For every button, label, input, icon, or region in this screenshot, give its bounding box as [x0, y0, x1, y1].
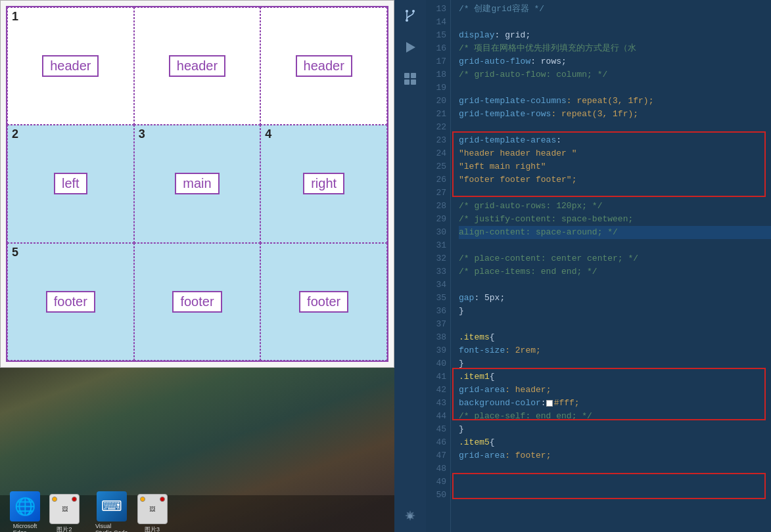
ln-16: 16 — [426, 42, 446, 55]
extensions-icon[interactable] — [400, 68, 421, 89]
code-line-36: } — [459, 305, 771, 318]
code-line-18: /* grid-auto-flow: column; */ — [459, 68, 771, 81]
code-line-47: grid-area: footer; — [459, 449, 771, 462]
cell-label-right: right — [303, 173, 344, 194]
svg-rect-7 — [404, 79, 409, 85]
code-line-17: grid-auto-flow: rows; — [459, 55, 771, 68]
code-line-49 — [459, 476, 771, 489]
svg-point-0 — [406, 10, 408, 12]
cell-3-header: header — [260, 7, 387, 125]
activity-bar — [394, 0, 426, 532]
ln-49: 49 — [426, 476, 446, 489]
ln-36: 36 — [426, 305, 446, 318]
cell-label-left: left — [54, 173, 87, 194]
ln-42: 42 — [426, 384, 446, 397]
preview-section: 1 header header header 2 left 3 main — [0, 0, 394, 368]
code-content: /* 创建grid容器 */ display: grid; /* 项目在网格中优… — [451, 0, 771, 532]
cell-label-header-3: header — [296, 55, 352, 77]
code-line-29: /* justify-content: space-between; — [459, 213, 771, 226]
cell-label-header-1: header — [42, 55, 99, 77]
code-line-34 — [459, 278, 771, 292]
code-line-40: } — [459, 357, 771, 370]
source-control-icon[interactable] — [400, 5, 421, 26]
code-line-24: "header header header " — [459, 147, 771, 160]
code-line-19 — [459, 81, 771, 95]
code-line-30: align-content: space-around; */ — [459, 226, 771, 239]
ln-13: 13 — [426, 3, 446, 16]
img2-label: 图片2 — [57, 525, 72, 533]
taskbar-background: 🌐 MicrosoftEdge 🖼 图片2 — [0, 368, 394, 532]
ln-24: 24 — [426, 147, 446, 160]
code-line-13: /* 创建grid容器 */ — [459, 3, 771, 16]
code-line-43: background-color: #fff; — [459, 397, 771, 410]
edge-label: MicrosoftEdge — [13, 523, 37, 532]
code-line-28: /* grid-auto-rows: 120px; */ — [459, 200, 771, 213]
settings-icon[interactable] — [400, 506, 421, 527]
code-line-20: grid-template-columns: repeat(3, 1fr); — [459, 95, 771, 108]
ln-15: 15 — [426, 29, 446, 42]
ln-14: 14 — [426, 16, 446, 29]
ln-45: 45 — [426, 423, 446, 436]
cell-1-header: 1 header — [7, 7, 134, 125]
svg-rect-6 — [411, 73, 416, 78]
taskbar-bar: 🌐 MicrosoftEdge 🖼 图片2 — [0, 495, 394, 532]
ln-30: 30 — [426, 226, 446, 239]
ln-31: 31 — [426, 239, 446, 252]
code-line-41: .item1 { — [459, 370, 771, 384]
taskbar-item-img3[interactable]: 🖼 图片3 — [137, 494, 168, 533]
cell-9-footer: footer — [260, 243, 387, 361]
code-line-31 — [459, 239, 771, 252]
svg-point-1 — [412, 10, 415, 12]
code-line-25: "left main right" — [459, 160, 771, 173]
cell-label-footer-2: footer — [172, 291, 222, 313]
ln-20: 20 — [426, 95, 446, 108]
cell-label-main: main — [175, 173, 219, 194]
ln-26: 26 — [426, 173, 446, 187]
cell-2-header: header — [134, 7, 261, 125]
svg-rect-8 — [411, 79, 416, 85]
img2-icon: 🖼 — [49, 494, 80, 524]
code-line-21: grid-template-rows: repeat(3, 1fr); — [459, 108, 771, 121]
code-editor: 13 14 15 16 17 18 19 20 21 22 23 24 25 2… — [426, 0, 771, 532]
code-line-35: gap: 5px; — [459, 292, 771, 305]
page-wrapper: 1 header header header 2 left 3 main — [0, 0, 771, 532]
taskbar-section: 🌐 MicrosoftEdge 🖼 图片2 — [0, 368, 394, 532]
svg-marker-4 — [406, 42, 415, 53]
ln-29: 29 — [426, 213, 446, 226]
ln-40: 40 — [426, 357, 446, 370]
ln-32: 32 — [426, 252, 446, 265]
cell-label-footer-3: footer — [299, 291, 348, 313]
code-line-33: /* place-items: end end; */ — [459, 265, 771, 278]
svg-point-2 — [406, 19, 408, 22]
code-line-16: /* 项目在网格中优先排列填充的方式是行（水 — [459, 42, 771, 55]
cell-4-left: 2 left — [7, 125, 134, 242]
ln-41: 41 — [426, 370, 446, 384]
ln-23: 23 — [426, 134, 446, 147]
cell-8-footer: footer — [134, 243, 261, 361]
img3-label: 图片3 — [145, 525, 160, 533]
ln-44: 44 — [426, 410, 446, 423]
code-line-39: font-size: 2rem; — [459, 344, 771, 357]
taskbar-item-vscode[interactable]: ⌨ VisualStudio Code — [95, 491, 128, 532]
code-line-38: .items { — [459, 331, 771, 344]
cell-number-1: 1 — [12, 10, 18, 24]
code-line-48 — [459, 462, 771, 476]
taskbar-item-edge[interactable]: 🌐 MicrosoftEdge — [10, 491, 40, 532]
cell-number-5: 5 — [12, 246, 18, 259]
run-icon[interactable] — [400, 37, 421, 58]
ln-22: 22 — [426, 121, 446, 134]
ln-33: 33 — [426, 265, 446, 278]
ln-38: 38 — [426, 331, 446, 344]
ln-25: 25 — [426, 160, 446, 173]
code-line-22 — [459, 121, 771, 134]
ln-47: 47 — [426, 449, 446, 462]
cell-number-2: 2 — [12, 127, 18, 141]
code-line-42: grid-area: header; — [459, 384, 771, 397]
left-section: 1 header header header 2 left 3 main — [0, 0, 394, 532]
ln-48: 48 — [426, 462, 446, 476]
taskbar-item-img2[interactable]: 🖼 图片2 — [49, 494, 80, 533]
code-line-26: "footer footer footer"; — [459, 173, 771, 187]
img3-icon: 🖼 — [137, 494, 168, 524]
cell-5-main: 3 main — [134, 125, 261, 242]
svg-rect-5 — [404, 73, 409, 78]
